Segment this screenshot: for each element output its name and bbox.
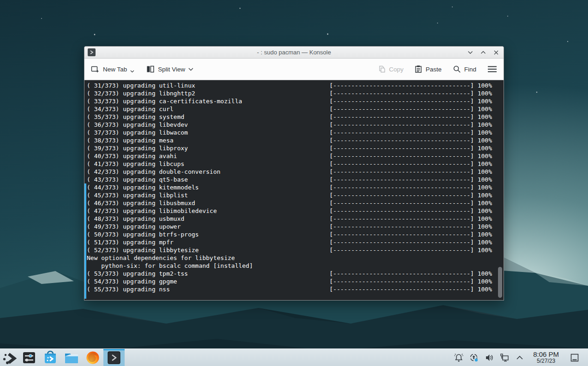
terminal-line: ( 35/373) upgrading systemd[------------… [87, 113, 492, 121]
terminal-line: ( 41/373) upgrading libcups[------------… [87, 160, 492, 168]
terminal-line: ( 42/373) upgrading double-conversion[--… [87, 168, 492, 176]
clock-date: 5/27/23 [533, 358, 559, 364]
system-settings-icon [22, 350, 36, 365]
terminal-line-text: New optional dependencies for libbytesiz… [87, 254, 235, 262]
show-desktop-icon [570, 353, 580, 363]
window-titlebar[interactable]: - : sudo pacman — Konsole [84, 47, 504, 59]
terminal-line-text: ( 49/373) upgrading upower [87, 223, 181, 230]
terminal-line: ( 39/373) upgrading libproxy[-----------… [87, 144, 492, 152]
terminal-line-progress: [--------------------------------------]… [330, 215, 492, 223]
terminal-line-text: ( 54/373) upgrading gpgme [87, 277, 177, 285]
application-launcher-button[interactable] [0, 349, 18, 366]
show-desktop-button[interactable] [567, 349, 582, 366]
terminal-line: ( 49/373) upgrading upower[-------------… [87, 223, 492, 230]
taskbar-item-dolphin[interactable] [61, 349, 82, 366]
terminal-line: ( 36/373) upgrading libevdev[-----------… [87, 121, 492, 129]
terminal-line: New optional dependencies for libbytesiz… [87, 254, 492, 262]
taskbar-item-system-settings[interactable] [18, 349, 40, 366]
window-controls [467, 47, 500, 59]
new-tab-icon [91, 65, 100, 73]
split-view-icon [146, 65, 155, 73]
taskbar-item-konsole-active[interactable] [103, 349, 125, 366]
discover-icon [43, 350, 58, 365]
terminal-line-text: ( 45/373) upgrading libplist [87, 191, 188, 199]
terminal-line-text: ( 39/373) upgrading libproxy [87, 144, 188, 152]
terminal-line-text: ( 33/373) upgrading ca-certificates-mozi… [87, 97, 242, 105]
maximize-button chevron-up-icon[interactable] [480, 49, 487, 56]
terminal-line-progress: [--------------------------------------]… [330, 144, 492, 152]
network-icon[interactable] [499, 352, 510, 363]
terminal-line: ( 32/373) upgrading libnghttp2[---------… [87, 89, 492, 97]
terminal-view[interactable]: ( 31/373) upgrading util-linux[---------… [84, 80, 504, 300]
terminal-line-progress: [--------------------------------------]… [330, 89, 492, 97]
terminal-line-progress: [--------------------------------------]… [330, 113, 492, 121]
terminal-output: ( 31/373) upgrading util-linux[---------… [84, 80, 504, 293]
terminal-line: ( 50/373) upgrading btrfs-progs[--------… [87, 230, 492, 238]
window-title: - : sudo pacman — Konsole [84, 49, 504, 56]
terminal-line: ( 48/373) upgrading usbmuxd[------------… [87, 215, 492, 223]
chevron-down-icon [130, 70, 134, 73]
terminal-line-text: ( 32/373) upgrading libnghttp2 [87, 89, 195, 97]
terminal-line: ( 53/373) upgrading tpm2-tss[-----------… [87, 270, 492, 277]
terminal-line-progress: [--------------------------------------]… [330, 199, 492, 207]
terminal-line: ( 47/373) upgrading libimobiledevice[---… [87, 207, 492, 215]
terminal-line-text: ( 47/373) upgrading libimobiledevice [87, 207, 217, 215]
terminal-line-text: ( 31/373) upgrading util-linux [87, 82, 195, 89]
terminal-line-progress: [--------------------------------------]… [330, 285, 492, 293]
terminal-line-progress: [--------------------------------------]… [330, 238, 492, 246]
taskbar-item-firefox[interactable] [82, 349, 103, 366]
firefox-icon [85, 350, 100, 365]
terminal-line: ( 44/373) upgrading kitemmodels[--------… [87, 183, 492, 191]
terminal-line-progress: [--------------------------------------]… [330, 191, 492, 199]
taskbar-item-discover[interactable] [40, 349, 61, 366]
terminal-line: ( 52/373) upgrading libbytesize[--------… [87, 246, 492, 254]
menu-button hamburger-icon[interactable] [487, 65, 497, 73]
terminal-line-progress: [--------------------------------------]… [330, 97, 492, 105]
terminal-line: ( 43/373) upgrading qt5-base[-----------… [87, 176, 492, 183]
terminal-line-text: ( 35/373) upgrading systemd [87, 113, 184, 121]
terminal-line: ( 46/373) upgrading libusbmuxd[---------… [87, 199, 492, 207]
konsole-window: - : sudo pacman — Konsole [84, 46, 504, 301]
terminal-line-text: ( 53/373) upgrading tpm2-tss [87, 270, 188, 277]
terminal-line-text: ( 51/373) upgrading mpfr [87, 238, 174, 246]
digital-clock[interactable]: 8:06 PM 5/27/23 [529, 351, 563, 365]
split-view-label: Split View [158, 66, 185, 73]
minimize-button chevron-down-icon[interactable] [467, 49, 474, 56]
terminal-line-progress: [--------------------------------------]… [330, 136, 492, 144]
new-tab-button[interactable]: New Tab [91, 65, 134, 73]
terminal-line-text: ( 46/373) upgrading libusbmuxd [87, 199, 195, 207]
find-button[interactable]: Find [453, 65, 476, 73]
terminal-line: ( 38/373) upgrading mesa[---------------… [87, 136, 492, 144]
terminal-line: python-six: for bscalc command [installe… [87, 262, 492, 270]
chevron-down-icon [188, 68, 193, 71]
terminal-line: ( 37/373) upgrading libwacom[-----------… [87, 129, 492, 136]
terminal-line-progress: [--------------------------------------]… [330, 168, 492, 176]
konsole-icon [107, 350, 121, 365]
terminal-line-text: ( 34/373) upgrading curl [87, 105, 174, 113]
terminal-line: ( 45/373) upgrading libplist[-----------… [87, 191, 492, 199]
software-updates-icon[interactable] [468, 352, 480, 363]
terminal-line-text: ( 41/373) upgrading libcups [87, 160, 184, 168]
copy-button[interactable]: Copy [378, 65, 404, 73]
system-tray: 8:06 PM 5/27/23 [453, 349, 588, 366]
expand-tray-chevron-up-icon[interactable] [514, 352, 525, 363]
paste-icon [414, 65, 422, 73]
terminal-scrollbar[interactable] [498, 267, 502, 298]
paste-button[interactable]: Paste [414, 65, 442, 73]
konsole-window-icon [88, 48, 96, 56]
clock-time: 8:06 PM [533, 351, 559, 359]
terminal-line-text: ( 40/373) upgrading avahi [87, 152, 177, 160]
terminal-line: ( 34/373) upgrading curl[---------------… [87, 105, 492, 113]
terminal-line-text: ( 44/373) upgrading kitemmodels [87, 183, 199, 191]
close-button close-icon[interactable] [492, 49, 500, 56]
terminal-line: ( 51/373) upgrading mpfr[---------------… [87, 238, 492, 246]
volume-icon[interactable] [484, 352, 495, 363]
search-icon [453, 65, 461, 73]
konsole-toolbar: New Tab Split View [84, 59, 504, 80]
notifications-bell-icon[interactable] [453, 352, 464, 363]
terminal-line-text: ( 55/373) upgrading nss [87, 285, 170, 293]
terminal-line-progress: [--------------------------------------]… [330, 152, 492, 160]
terminal-line: ( 33/373) upgrading ca-certificates-mozi… [87, 97, 492, 105]
terminal-line: ( 55/373) upgrading nss[----------------… [87, 285, 492, 293]
split-view-button[interactable]: Split View [146, 65, 193, 73]
